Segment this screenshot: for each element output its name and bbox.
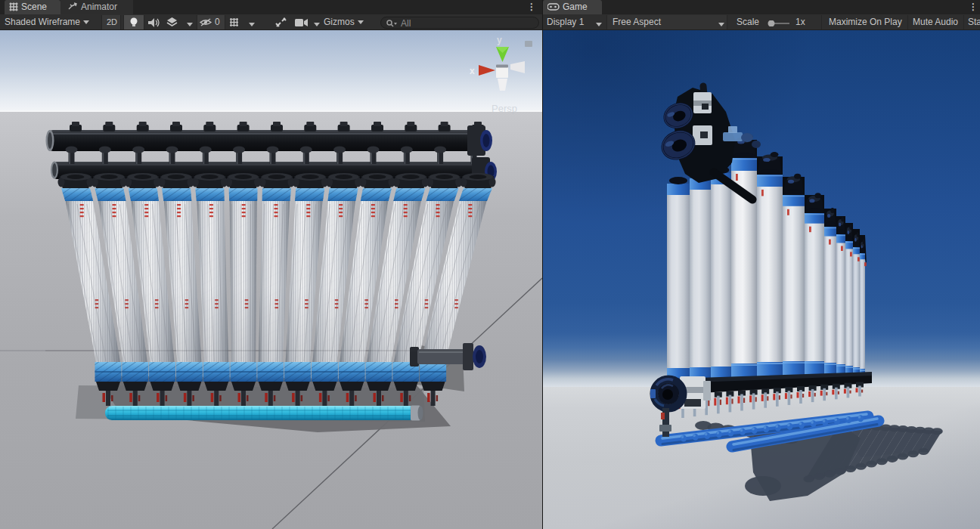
svg-text:Persp: Persp (492, 103, 517, 114)
svg-text:x: x (470, 66, 475, 76)
svg-text:y: y (497, 35, 502, 45)
